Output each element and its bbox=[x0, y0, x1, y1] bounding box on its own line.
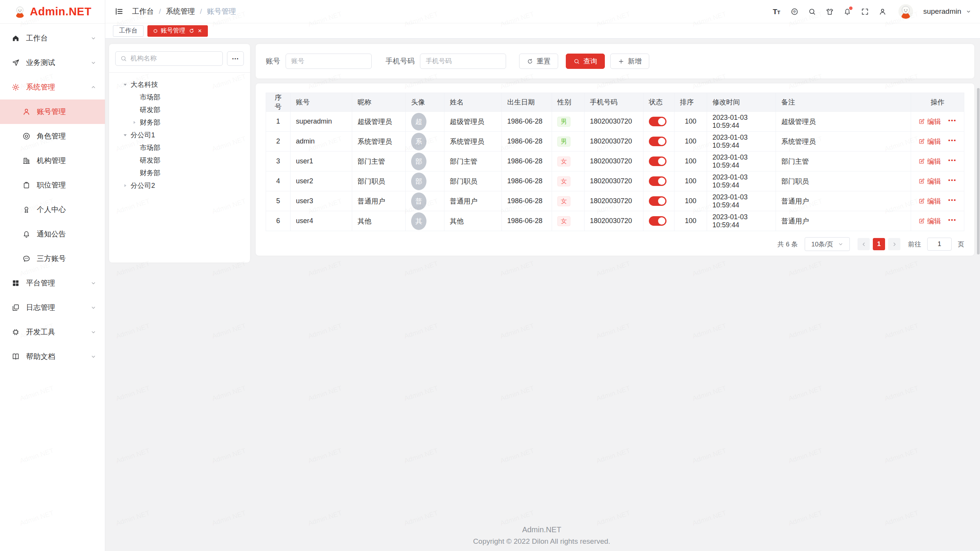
sidebar-item-account-mgmt[interactable]: 账号管理 bbox=[0, 99, 105, 124]
search-icon[interactable] bbox=[808, 8, 816, 16]
search-icon bbox=[120, 55, 127, 62]
reset-button[interactable]: 重置 bbox=[519, 54, 558, 69]
tree-node[interactable]: 市场部 bbox=[115, 141, 244, 154]
role-icon bbox=[22, 132, 31, 140]
language-icon[interactable]: 中 bbox=[791, 8, 799, 16]
phone-input[interactable] bbox=[420, 54, 506, 69]
more-actions-button[interactable]: ••• bbox=[948, 217, 957, 225]
caret-expanded-icon[interactable] bbox=[122, 132, 128, 138]
sidebar-item-org-mgmt[interactable]: 机构管理 bbox=[0, 148, 105, 173]
add-button[interactable]: 新增 bbox=[610, 54, 649, 69]
cell-account: user1 bbox=[291, 152, 352, 171]
tree-node[interactable]: 财务部 bbox=[115, 166, 244, 179]
tree-node[interactable]: 大名科技 bbox=[115, 78, 244, 91]
current-page-button[interactable]: 1 bbox=[873, 238, 885, 250]
account-input[interactable] bbox=[286, 54, 372, 69]
status-toggle[interactable] bbox=[649, 156, 666, 166]
user-outline-icon[interactable] bbox=[879, 8, 887, 16]
breadcrumb-item[interactable]: 系统管理 bbox=[166, 7, 195, 16]
page-size-select[interactable]: 10条/页 bbox=[805, 237, 850, 251]
sidebar-item-role-mgmt[interactable]: 角色管理 bbox=[0, 124, 105, 148]
tree-node[interactable]: 研发部 bbox=[115, 154, 244, 166]
column-header: 序号 bbox=[266, 93, 291, 112]
tab-close-icon[interactable]: × bbox=[198, 28, 202, 34]
chevron-right-icon bbox=[892, 241, 897, 247]
status-toggle[interactable] bbox=[649, 176, 666, 186]
gender-badge: 男 bbox=[557, 117, 570, 127]
search-button[interactable]: 查询 bbox=[566, 54, 605, 69]
logo[interactable]: Admin.NET bbox=[0, 0, 105, 24]
status-toggle[interactable] bbox=[649, 137, 666, 146]
sidebar-item-platform-mgmt[interactable]: 平台管理 bbox=[0, 271, 105, 295]
tab-account-mgmt-active[interactable]: 账号管理 × bbox=[147, 25, 208, 37]
tree-node[interactable]: 分公司1 bbox=[115, 129, 244, 141]
tree-node[interactable]: 市场部 bbox=[115, 91, 244, 103]
chevron-down-icon[interactable] bbox=[965, 8, 972, 15]
table-row: 4user2部门职员部部门职员1986-06-28女18020030720100… bbox=[266, 171, 964, 191]
sidebar-item-profile-center[interactable]: 个人中心 bbox=[0, 197, 105, 222]
sidebar-item-third-account[interactable]: 三方账号 bbox=[0, 246, 105, 271]
cell-nickname: 其他 bbox=[352, 211, 406, 231]
cell-modified: 2023-01-03 10:59:44 bbox=[707, 191, 776, 211]
more-actions-button[interactable]: ••• bbox=[948, 157, 957, 165]
edit-button[interactable]: 编辑 bbox=[918, 117, 941, 126]
caret-expanded-icon[interactable] bbox=[122, 82, 128, 88]
sidebar-item-system-mgmt[interactable]: 系统管理 bbox=[0, 75, 105, 99]
sidebar-item-label: 账号管理 bbox=[37, 107, 96, 117]
edit-button[interactable]: 编辑 bbox=[918, 157, 941, 166]
tree-node[interactable]: 研发部 bbox=[115, 103, 244, 116]
cell-nickname: 系统管理员 bbox=[352, 132, 406, 152]
sidebar-item-biz-test[interactable]: 业务测试 bbox=[0, 51, 105, 75]
sidebar-item-notice[interactable]: 通知公告 bbox=[0, 222, 105, 246]
chevron-down-icon bbox=[90, 60, 96, 66]
status-toggle[interactable] bbox=[649, 196, 666, 206]
prev-page-button[interactable] bbox=[858, 238, 870, 250]
caret-collapsed-icon[interactable] bbox=[131, 119, 137, 126]
sidebar-item-dev-tools[interactable]: 开发工具 bbox=[0, 320, 105, 344]
edit-button[interactable]: 编辑 bbox=[918, 197, 941, 206]
more-actions-button[interactable]: ••• bbox=[948, 137, 957, 145]
cell-remark: 普通用户 bbox=[776, 211, 911, 231]
goto-page-input[interactable] bbox=[927, 238, 952, 251]
sidebar-item-log-mgmt[interactable]: 日志管理 bbox=[0, 295, 105, 320]
more-actions-button[interactable]: ••• bbox=[948, 117, 957, 126]
org-search-input[interactable] bbox=[131, 55, 218, 62]
next-page-button[interactable] bbox=[888, 238, 900, 250]
caret-collapsed-icon[interactable] bbox=[122, 183, 128, 189]
tree-node[interactable]: 财务部 bbox=[115, 116, 244, 129]
sidebar-item-position-mgmt[interactable]: 职位管理 bbox=[0, 173, 105, 197]
column-header: 备注 bbox=[776, 93, 911, 112]
edit-button[interactable]: 编辑 bbox=[918, 217, 941, 226]
username[interactable]: superadmin bbox=[923, 7, 961, 16]
edit-label: 编辑 bbox=[927, 117, 941, 126]
table-body: 1superadmin超级管理员超超级管理员1986-06-28男1802003… bbox=[266, 112, 964, 231]
breadcrumb-item[interactable]: 工作台 bbox=[132, 7, 154, 16]
column-header: 出生日期 bbox=[502, 93, 552, 112]
status-toggle[interactable] bbox=[649, 117, 666, 126]
edit-button[interactable]: 编辑 bbox=[918, 137, 941, 146]
user-avatar[interactable] bbox=[898, 4, 913, 19]
status-toggle[interactable] bbox=[649, 216, 666, 226]
menu-fold-icon[interactable] bbox=[114, 7, 124, 16]
main-column: 工作台 / 系统管理 / 账号管理 TT 中 bbox=[105, 0, 980, 551]
column-header: 昵称 bbox=[352, 93, 406, 112]
more-actions-button[interactable]: ••• bbox=[948, 197, 957, 205]
tab-workbench[interactable]: 工作台 bbox=[113, 25, 144, 37]
font-size-icon[interactable]: TT bbox=[773, 8, 781, 16]
theme-shirt-icon[interactable] bbox=[826, 8, 834, 16]
avatar: 部 bbox=[411, 173, 426, 190]
accounts-table: 序号账号昵称头像姓名出生日期性别手机号码状态排序修改时间备注操作 1supera… bbox=[266, 93, 964, 231]
table-row: 2admin系统管理员系系统管理员1986-06-28男180200307201… bbox=[266, 132, 964, 152]
edit-button[interactable]: 编辑 bbox=[918, 177, 941, 186]
gear-icon bbox=[11, 83, 20, 91]
sidebar-item-help-docs[interactable]: 帮助文档 bbox=[0, 344, 105, 369]
org-more-button[interactable]: ... bbox=[227, 51, 244, 66]
more-actions-button[interactable]: ••• bbox=[948, 177, 957, 185]
sidebar-item-workbench[interactable]: 工作台 bbox=[0, 26, 105, 51]
edit-icon bbox=[918, 218, 925, 224]
fullscreen-icon[interactable] bbox=[861, 8, 869, 16]
tab-refresh-icon[interactable] bbox=[189, 28, 194, 34]
tree-node[interactable]: 分公司2 bbox=[115, 179, 244, 192]
scrollbar-thumb[interactable] bbox=[977, 88, 980, 254]
notification-bell-icon[interactable] bbox=[843, 8, 851, 16]
